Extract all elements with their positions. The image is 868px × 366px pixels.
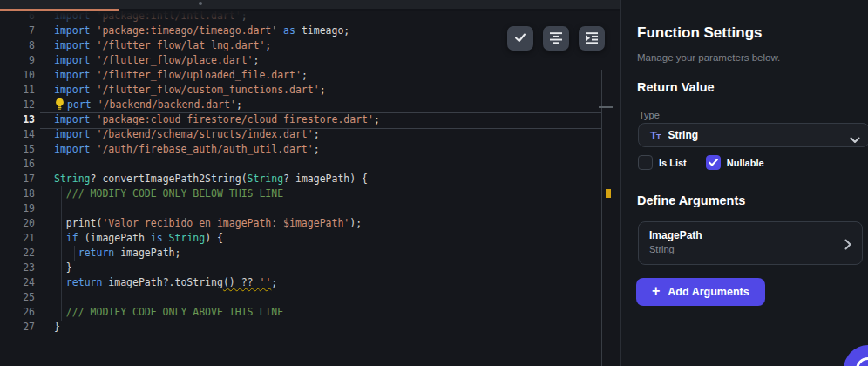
argument-name: ImagePath <box>649 229 851 241</box>
code-line-row[interactable]: 27} <box>0 320 620 335</box>
editor-toolbar <box>507 26 605 51</box>
code-line-row[interactable]: 18 /// MODIFY CODE ONLY BELOW THIS LINE <box>0 186 620 201</box>
code-line-text: import '/flutter_flow/custom_functions.d… <box>35 83 326 98</box>
scrollbar-position-marker <box>599 106 613 108</box>
code-line-row[interactable]: 6import 'package:intl/intl.dart'; <box>0 11 620 24</box>
code-line-row[interactable]: 24 return imagePath?.toString() ?? ''; <box>0 275 620 290</box>
confirm-code-button[interactable] <box>507 26 533 51</box>
add-arguments-label: Add Arguments <box>668 286 749 298</box>
code-lines: 6import 'package:intl/intl.dart';7import… <box>0 11 620 335</box>
nullable-label: Nullable <box>727 158 764 168</box>
line-number: 16 <box>0 157 35 172</box>
line-number: 21 <box>0 231 35 246</box>
code-line-row[interactable]: 14import '/backend/schema/structs/index.… <box>0 127 620 142</box>
line-number: 27 <box>0 320 35 335</box>
custom-function-editor-window: 6import 'package:intl/intl.dart';7import… <box>0 0 868 366</box>
line-number: 19 <box>0 201 35 216</box>
code-line-row[interactable]: 10import '/flutter_flow/uploaded_file.da… <box>0 68 620 83</box>
add-arguments-button[interactable]: + Add Arguments <box>636 278 765 306</box>
text-type-icon: TT <box>650 129 660 142</box>
line-number: 18 <box>0 186 35 201</box>
line-number: 25 <box>0 290 35 305</box>
is-list-checkbox[interactable] <box>638 155 653 170</box>
line-number: 26 <box>0 305 35 320</box>
indent-guide <box>74 246 75 261</box>
line-number: 12 <box>0 98 35 112</box>
code-line-text: print('Valor recibido en imagePath: $ima… <box>35 216 362 231</box>
line-number: 10 <box>0 68 35 83</box>
line-number: 8 <box>0 38 35 53</box>
code-line-text: import 'package:intl/intl.dart'; <box>35 11 248 24</box>
tab-modified-dot <box>199 2 202 5</box>
active-tab-indicator <box>0 9 119 11</box>
line-number: 6 <box>0 11 35 24</box>
code-line-text: } <box>35 261 72 275</box>
code-line-row[interactable]: 26 /// MODIFY CODE ONLY ABOVE THIS LINE <box>0 305 620 320</box>
line-number: 23 <box>0 261 35 275</box>
panel-divider <box>620 0 621 366</box>
code-line-row[interactable]: 11import '/flutter_flow/custom_functions… <box>0 83 620 98</box>
code-line-text: String? convertImagePath2String(String? … <box>35 172 368 186</box>
code-line-row[interactable]: 15import '/auth/firebase_auth/auth_util.… <box>0 142 620 157</box>
code-line-row[interactable]: 21 if (imagePath is String) { <box>0 231 620 246</box>
nullable-checkbox[interactable] <box>706 155 721 170</box>
code-line-row[interactable]: 23 } <box>0 261 620 275</box>
line-number: 7 <box>0 24 35 38</box>
line-number: 13 <box>0 112 35 127</box>
panel-title: Function Settings <box>637 24 763 42</box>
code-line-row[interactable]: 25 <box>0 290 620 305</box>
indent-guide <box>61 186 62 321</box>
line-number: 20 <box>0 216 35 231</box>
code-line-text: import 'package:cloud_firestore/cloud_fi… <box>35 112 380 127</box>
code-line-row[interactable]: 20 print('Valor recibido en imagePath: $… <box>0 216 620 231</box>
plus-icon: + <box>652 284 660 298</box>
code-line-text: port '/backend/backend.dart'; <box>35 98 242 112</box>
code-line-text: return imagePath?.toString() ?? ''; <box>35 275 277 290</box>
code-line-row[interactable]: 19 <box>0 201 620 216</box>
code-line-text: import '/auth/firebase_auth/auth_util.da… <box>35 142 320 157</box>
check-icon <box>513 30 527 47</box>
line-number: 11 <box>0 83 35 98</box>
code-line-text <box>35 201 54 216</box>
function-settings-panel: Function Settings Manage your parameters… <box>621 0 868 366</box>
format-code-button[interactable] <box>543 26 569 51</box>
editor-scrollbar[interactable] <box>601 70 602 366</box>
code-line-text <box>35 157 54 172</box>
argument-type: String <box>649 244 851 254</box>
return-type-value: String <box>668 129 698 141</box>
code-line-text: import '/flutter_flow/uploaded_file.dart… <box>35 68 308 83</box>
return-type-dropdown[interactable]: TT String <box>638 123 868 147</box>
line-number: 9 <box>0 53 35 68</box>
line-number: 24 <box>0 275 35 290</box>
code-line-row[interactable]: 17String? convertImagePath2String(String… <box>0 172 620 186</box>
type-label: Type <box>639 110 660 120</box>
scrollbar-warning-marker <box>606 189 611 198</box>
code-line-row[interactable]: 9import '/flutter_flow/place.dart'; <box>0 53 620 68</box>
help-ring-icon <box>856 357 868 366</box>
is-list-label: Is List <box>659 158 687 168</box>
code-line-text: import 'package:timeago/timeago.dart' as… <box>35 24 349 38</box>
indent-code-button[interactable] <box>579 26 605 51</box>
indent-lines-icon <box>585 30 599 47</box>
code-line-text <box>35 290 54 305</box>
define-arguments-heading: Define Arguments <box>637 193 745 207</box>
code-line-row[interactable]: 13import 'package:cloud_firestore/cloud_… <box>0 112 620 127</box>
panel-subtitle: Manage your parameters below. <box>637 52 780 63</box>
return-value-options: Is List Nullable <box>638 155 764 170</box>
code-line-row[interactable]: 12port '/backend/backend.dart'; <box>0 98 620 112</box>
code-line-row[interactable]: 22 return imagePath; <box>0 246 620 261</box>
code-line-text: import '/backend/schema/structs/index.da… <box>35 127 320 142</box>
line-number: 22 <box>0 246 35 261</box>
code-line-text: import '/flutter_flow/lat_lng.dart'; <box>35 38 271 53</box>
align-center-lines-icon <box>549 30 563 47</box>
line-number: 15 <box>0 142 35 157</box>
code-line-text: /// MODIFY CODE ONLY BELOW THIS LINE <box>35 186 283 201</box>
code-editor[interactable]: 6import 'package:intl/intl.dart';7import… <box>0 11 620 366</box>
chevron-down-icon <box>850 132 860 147</box>
code-line-row[interactable]: 16 <box>0 157 620 172</box>
code-line-text: if (imagePath is String) { <box>35 231 223 246</box>
argument-item[interactable]: ImagePath String <box>638 221 863 265</box>
code-line-text: return imagePath; <box>35 246 180 261</box>
code-line-text: } <box>35 320 60 335</box>
chevron-right-icon <box>844 238 851 254</box>
